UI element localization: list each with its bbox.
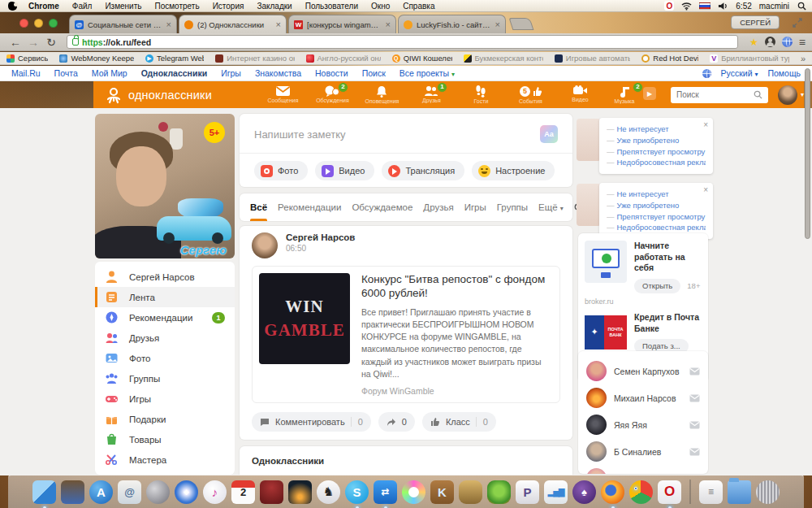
sidebar-item-games[interactable]: Игры <box>95 389 235 409</box>
bookmark-qiwi[interactable]: QQIWI Кошелек <box>392 54 452 63</box>
forward-button[interactable]: → <box>24 36 42 49</box>
feed-tab-games[interactable]: Игры <box>464 193 486 221</box>
bookmark-telegram[interactable]: ▶Telegram Web <box>145 54 204 63</box>
feedback-bad-ad[interactable]: —Недобросовестная реклама <box>607 157 706 168</box>
apple-menu-icon[interactable] <box>8 2 17 11</box>
feed-tab-discussed[interactable]: Обсуждаемое <box>352 193 412 221</box>
mailru-link-dating[interactable]: Знакомства <box>255 68 301 78</box>
sidebar-item-friends[interactable]: Друзья <box>95 328 235 348</box>
dock-chrome-icon[interactable] <box>629 480 653 504</box>
nav-friends[interactable]: 1 Друзья <box>409 85 454 104</box>
send-message-icon[interactable] <box>689 448 700 456</box>
minimize-window-button[interactable] <box>34 19 43 28</box>
mailru-link-home[interactable]: Mail.Ru <box>11 68 41 78</box>
tab-close-icon[interactable]: × <box>276 20 281 29</box>
tab-close-icon[interactable]: × <box>386 20 391 29</box>
bookmark-reddevil[interactable]: Red Hot Devil <box>641 54 698 63</box>
ok-search-box[interactable] <box>671 87 768 103</box>
menubar-item-window[interactable]: Окно <box>365 2 396 11</box>
menubar-item-file[interactable]: Файл <box>66 2 99 11</box>
feedback-bad-ad[interactable]: —Недобросовестная реклама <box>607 222 706 233</box>
menubar-clock[interactable]: 6:52 <box>736 2 751 11</box>
send-message-icon[interactable] <box>689 367 700 376</box>
post-link-card[interactable]: WIN GAMBLE Конкурс "Битва репостов" с фо… <box>252 266 560 403</box>
dock-pages-icon[interactable]: P <box>516 480 539 504</box>
dock-chess-icon[interactable]: ♞ <box>317 480 340 504</box>
dock-photos-icon[interactable] <box>402 480 425 504</box>
browser-scrollbar[interactable] <box>805 68 810 239</box>
dock-textedit-icon[interactable]: ≡ <box>699 480 723 504</box>
compose-mood-button[interactable]: Настроение <box>472 161 555 180</box>
compose-live-button[interactable]: Трансляция <box>382 161 464 180</box>
menubar-item-edit[interactable]: Изменить <box>98 2 148 11</box>
bookmark-casino[interactable]: Интернет казино он <box>215 54 294 63</box>
menubar-item-help[interactable]: Справка <box>396 2 441 11</box>
compose-note-field[interactable]: Напишите заметку <box>254 128 540 141</box>
link-title[interactable]: Конкурс "Битва репостов" с фондом 6000 р… <box>361 273 553 301</box>
nav-events[interactable]: 5 События <box>508 85 553 104</box>
menubar-item-view[interactable]: Посмотреть <box>149 2 206 11</box>
bookmark-services[interactable]: Сервисы <box>6 54 48 63</box>
nav-video[interactable]: Видео <box>558 85 603 104</box>
bookmarks-overflow-button[interactable]: » <box>801 54 806 63</box>
menubar-item-people[interactable]: Пользователи <box>299 2 365 11</box>
ok-search-input[interactable] <box>676 90 749 99</box>
spotlight-icon[interactable] <box>797 2 807 11</box>
sidebar-item-gifts[interactable]: Подарки <box>95 409 235 429</box>
language-selector[interactable]: Русский ▾ <box>721 68 758 78</box>
friend-avatar[interactable] <box>586 415 607 435</box>
feed-tab-recommendations[interactable]: Рекомендации <box>278 193 341 221</box>
menubar-item-chrome[interactable]: Chrome <box>22 2 66 11</box>
volume-icon[interactable] <box>718 2 728 11</box>
compose-video-button[interactable]: Видео <box>315 161 374 180</box>
menubar-item-bookmarks[interactable]: Закладки <box>250 2 298 11</box>
friend-row[interactable]: Б Синалиев <box>586 438 700 465</box>
ad-open-button[interactable]: Открыть <box>634 279 680 293</box>
sidebar-item-recommendations[interactable]: Рекомендации 1 <box>95 307 235 328</box>
mailru-link-games[interactable]: Игры <box>221 68 241 78</box>
friend-avatar[interactable] <box>586 361 607 381</box>
dock-mail-icon[interactable]: @ <box>118 480 141 504</box>
dock-finder-icon[interactable] <box>32 480 56 504</box>
zoom-window-button[interactable] <box>49 19 58 28</box>
nav-guests[interactable]: Гости <box>459 85 503 104</box>
nav-music[interactable]: 2 Музыка <box>607 85 641 104</box>
ad-pochtabank[interactable]: ✦ ПОЧТА БАНК Кредит в Почта Банке Подать… <box>585 312 702 354</box>
dock-iphoto-icon[interactable] <box>288 480 312 504</box>
dock-displays-icon[interactable] <box>61 480 84 504</box>
feedback-blocks-view[interactable]: —Препятствует просмотру <box>607 211 706 223</box>
dock-trash-icon[interactable] <box>756 480 780 504</box>
chrome-menu-button[interactable]: ≡ <box>799 36 806 49</box>
send-message-icon[interactable] <box>689 421 700 429</box>
profile-photo[interactable]: Сергею 5+ <box>95 114 235 258</box>
ok-user-avatar[interactable] <box>778 85 797 105</box>
new-tab-button[interactable] <box>509 18 534 30</box>
like-button[interactable]: Класс0 <box>422 412 496 432</box>
menubar-item-history[interactable]: История <box>206 2 251 11</box>
search-icon[interactable] <box>754 90 762 99</box>
dock-windows-folder-icon[interactable] <box>728 480 751 504</box>
dock-poker-icon[interactable]: ♠ <box>572 480 596 504</box>
close-window-button[interactable] <box>19 19 28 28</box>
fullscreen-arrows-icon[interactable] <box>793 18 802 28</box>
browser-tab-mailru[interactable]: @ Социальные сети – Почта × <box>69 15 177 33</box>
dock-appstore-icon[interactable]: A <box>89 480 113 504</box>
mini-player-button[interactable]: ▶ <box>643 87 656 100</box>
dock-quicktime-icon[interactable] <box>146 480 170 504</box>
sidebar-item-masters[interactable]: Мастера <box>95 449 235 470</box>
dock-photobooth-icon[interactable] <box>260 480 283 504</box>
comment-button[interactable]: Комментировать0 <box>252 412 371 432</box>
mailru-link-news[interactable]: Новости <box>315 68 348 78</box>
mailru-link-world[interactable]: Мой Мир <box>92 68 127 78</box>
nav-discussions[interactable]: 2 Обсуждения <box>310 85 355 104</box>
friend-row[interactable]: Михаил Нарсов <box>586 384 700 411</box>
extension-globe-icon[interactable] <box>782 37 793 47</box>
close-icon[interactable]: × <box>703 185 708 194</box>
friend-row[interactable] <box>586 465 700 474</box>
friend-row[interactable]: Семен Карпухов <box>586 358 700 384</box>
bookmark-slots[interactable]: Игровые автоматы <box>555 54 630 63</box>
sidebar-item-photos[interactable]: Фото <box>95 348 235 368</box>
post-author-name[interactable]: Сергей Нарсов <box>286 232 355 242</box>
dock-teamviewer-icon[interactable]: ⇄ <box>374 480 397 504</box>
ad-broker[interactable]: Начните работать на себя Открыть18+ <box>585 241 702 293</box>
